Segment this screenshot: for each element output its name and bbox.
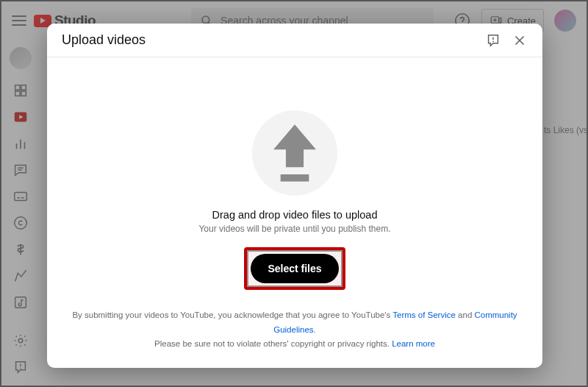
upload-modal: Upload videos Drag and drop video files … bbox=[47, 24, 542, 368]
svg-point-28 bbox=[492, 40, 494, 42]
select-files-button[interactable]: Select files bbox=[253, 256, 336, 281]
svg-marker-31 bbox=[273, 124, 316, 167]
tos-link[interactable]: Terms of Service bbox=[392, 310, 456, 319]
learn-more-link[interactable]: Learn more bbox=[392, 339, 435, 348]
feedback-icon[interactable] bbox=[485, 32, 501, 49]
legal-line2: Please be sure not to violate others' co… bbox=[154, 339, 392, 348]
modal-header: Upload videos bbox=[47, 24, 542, 57]
legal-and: and bbox=[456, 310, 475, 319]
modal-title: Upload videos bbox=[62, 32, 146, 48]
legal-text: By submitting your videos to YouTube, yo… bbox=[68, 308, 522, 352]
legal-suffix: . bbox=[314, 325, 316, 334]
upload-icon-circle bbox=[252, 110, 337, 196]
close-icon[interactable] bbox=[512, 32, 528, 49]
upload-arrow-icon bbox=[252, 110, 337, 196]
svg-rect-32 bbox=[281, 174, 309, 182]
drop-title: Drag and drop video files to upload bbox=[212, 209, 378, 221]
select-files-highlight: Select files bbox=[244, 247, 345, 290]
legal-prefix: By submitting your videos to YouTube, yo… bbox=[72, 310, 392, 319]
drop-subtitle: Your videos will be private until you pu… bbox=[198, 224, 390, 234]
modal-footer: By submitting your videos to YouTube, yo… bbox=[47, 308, 542, 368]
upload-dropzone[interactable]: Drag and drop video files to upload Your… bbox=[47, 57, 542, 308]
